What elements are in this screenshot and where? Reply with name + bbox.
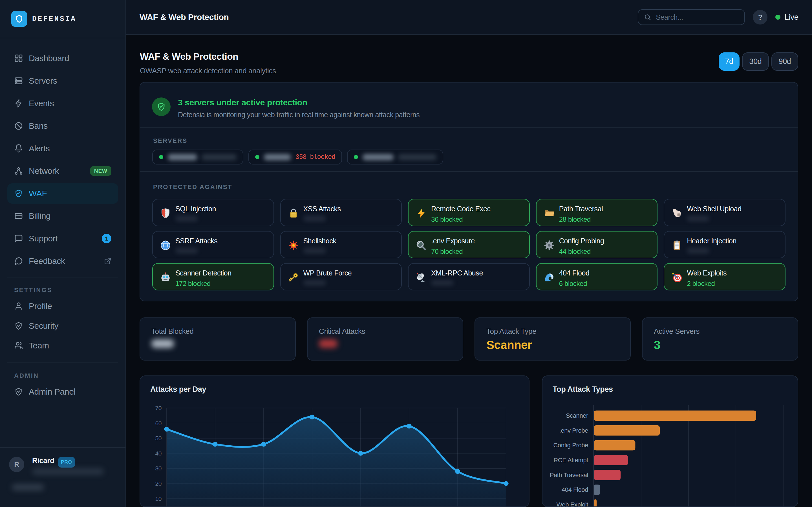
svg-text:20: 20 bbox=[155, 480, 161, 487]
svg-text:40: 40 bbox=[155, 450, 161, 457]
svg-text:10: 10 bbox=[155, 496, 161, 502]
svg-text:Config Probe: Config Probe bbox=[553, 442, 588, 449]
svg-text:70: 70 bbox=[155, 405, 161, 411]
svg-text:60: 60 bbox=[155, 420, 161, 427]
svg-text:Web Exploit: Web Exploit bbox=[556, 501, 588, 507]
svg-text:50: 50 bbox=[155, 435, 161, 441]
svg-text:Scanner: Scanner bbox=[566, 412, 588, 419]
svg-text:Path Traversal: Path Traversal bbox=[550, 471, 588, 478]
svg-text:30: 30 bbox=[155, 465, 161, 471]
svg-text:404 Flood: 404 Flood bbox=[562, 486, 588, 493]
svg-text:RCE Attempt: RCE Attempt bbox=[553, 457, 588, 464]
svg-text:.env Probe: .env Probe bbox=[559, 427, 589, 434]
